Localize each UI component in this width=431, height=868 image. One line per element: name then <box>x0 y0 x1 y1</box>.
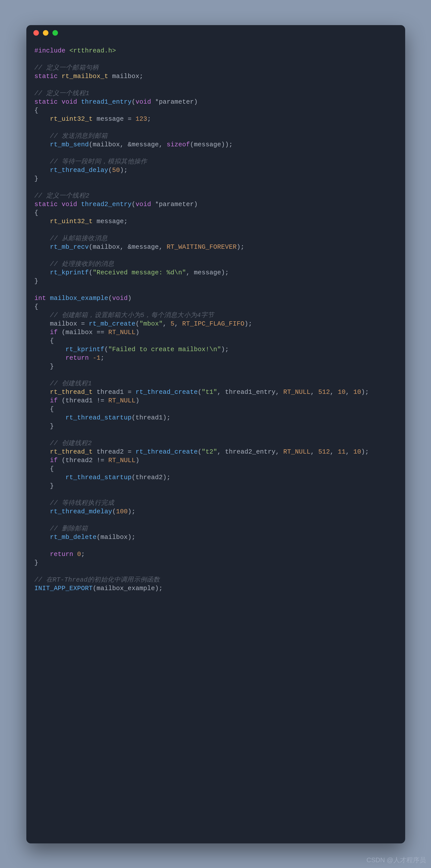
num-11: 11 <box>338 448 345 456</box>
id-mailbox: mailbox <box>50 320 77 328</box>
num-5: 5 <box>171 320 175 328</box>
code-area: #include <rtthread.h> // 定义一个邮箱句柄 static… <box>26 41 405 593</box>
maximize-icon[interactable] <box>53 30 58 36</box>
comment: // 处理接收到的消息 <box>50 260 114 268</box>
id-thread2: thread2 <box>135 474 163 481</box>
fn-thread1: thread1_entry <box>81 98 132 106</box>
comment: // 在RT-Thread的初始化中调用示例函数 <box>34 576 160 584</box>
id-thread2: thread2 <box>65 457 93 464</box>
id-mailbox: mailbox <box>65 329 93 336</box>
comment: // 定义一个线程1 <box>34 90 89 97</box>
fn-mailbox-example: mailbox_example <box>50 295 108 302</box>
fn-mb-delete: rt_mb_delete <box>50 534 97 541</box>
kw-static: static <box>34 73 58 80</box>
comment: // 创建线程2 <box>50 440 92 447</box>
const-null: RT_NULL <box>283 448 310 456</box>
fn-kprintf: rt_kprintf <box>50 269 89 276</box>
kw-void: void <box>135 201 151 208</box>
kw-void: void <box>112 295 128 302</box>
kw-void: void <box>62 201 77 208</box>
fn-thread-create: rt_thread_create <box>135 448 198 456</box>
str-t1: "t1" <box>202 389 217 396</box>
id-thread1-entry: thread1_entry <box>225 389 276 396</box>
const-fifo: RT_IPC_FLAG_FIFO <box>182 320 244 328</box>
id-mailbox: mailbox <box>93 141 120 148</box>
kw-int: int <box>34 295 46 302</box>
num-10: 10 <box>353 448 361 456</box>
id-message: message <box>132 244 159 251</box>
comment: // 创建线程1 <box>50 380 92 387</box>
fn-mb-send: rt_mb_send <box>50 141 89 148</box>
num-100: 100 <box>116 508 128 515</box>
str-received: "Received message: %d\n" <box>93 269 186 276</box>
kw-if: if <box>50 329 58 336</box>
kw-void: void <box>62 98 77 106</box>
comment: // 定义一个邮箱句柄 <box>34 64 99 71</box>
id-thread1: thread1 <box>135 414 163 422</box>
str-fail: "Failed to create mailbox!\n" <box>108 346 221 353</box>
const-waiting-forever: RT_WAITING_FOREVER <box>167 244 237 251</box>
num-50: 50 <box>112 167 120 174</box>
fn-thread-delay: rt_thread_delay <box>50 167 108 174</box>
id-mailbox-example: mailbox_example <box>97 585 155 592</box>
fn-thread2: thread2_entry <box>81 201 132 208</box>
num-10: 10 <box>353 389 361 396</box>
comment: // 删除邮箱 <box>50 525 88 532</box>
const-null: RT_NULL <box>108 329 136 336</box>
fn-init-app-export: INIT_APP_EXPORT <box>34 585 93 592</box>
kw-static: static <box>34 98 58 106</box>
str-t2: "t2" <box>202 448 217 456</box>
id-thread1: thread1 <box>97 389 124 396</box>
id-thread2-entry: thread2_entry <box>225 448 276 456</box>
type-uint32: rt_uint32_t <box>50 218 93 225</box>
const-null: RT_NULL <box>283 389 310 396</box>
kw-void: void <box>135 98 151 106</box>
comment: // 等待一段时间，模拟其他操作 <box>50 158 147 165</box>
preproc-include: #include <box>34 47 65 55</box>
str-mbox: "mbox" <box>139 320 163 328</box>
type-mailbox: rt_mailbox_t <box>62 73 108 80</box>
fn-kprintf: rt_kprintf <box>65 346 104 353</box>
num-512: 512 <box>318 389 330 396</box>
type-uint32: rt_uint32_t <box>50 116 93 123</box>
comment: // 发送消息到邮箱 <box>50 132 108 140</box>
kw-if: if <box>50 457 58 464</box>
fn-thread-startup: rt_thread_startup <box>65 414 132 422</box>
id-mailbox: mailbox <box>93 244 120 251</box>
fn-thread-create: rt_thread_create <box>135 389 198 396</box>
id-mailbox: mailbox <box>101 534 128 541</box>
titlebar <box>26 25 405 41</box>
id-message: message <box>132 141 159 148</box>
id-message: message <box>97 218 124 225</box>
kw-if: if <box>50 397 58 404</box>
const-null: RT_NULL <box>108 397 136 404</box>
include-file: <rtthread.h> <box>69 47 116 55</box>
param: *parameter <box>155 201 194 208</box>
watermark: CSDN @人才程序员 <box>367 856 426 865</box>
comment: // 定义一个线程2 <box>34 192 89 199</box>
num-neg1: -1 <box>93 354 101 362</box>
num-512: 512 <box>318 448 330 456</box>
id-message: message <box>194 269 221 276</box>
comment: // 创建邮箱，设置邮箱大小为5，每个消息大小为4字节 <box>50 312 214 319</box>
comment: // 从邮箱接收消息 <box>50 235 108 242</box>
const-null: RT_NULL <box>108 457 136 464</box>
num-123: 123 <box>135 116 147 123</box>
close-icon[interactable] <box>33 30 39 36</box>
kw-return: return <box>50 551 73 558</box>
num-0: 0 <box>77 551 81 558</box>
kw-return: return <box>65 354 89 362</box>
fn-thread-mdelay: rt_thread_mdelay <box>50 508 112 515</box>
kw-sizeof: sizeof <box>167 141 190 148</box>
num-10: 10 <box>338 389 345 396</box>
id-thread2: thread2 <box>97 448 124 456</box>
minimize-icon[interactable] <box>43 30 48 36</box>
id-message: message <box>97 116 124 123</box>
type-thread: rt_thread_t <box>50 389 93 396</box>
id-thread1: thread1 <box>65 397 93 404</box>
fn-mb-recv: rt_mb_recv <box>50 244 89 251</box>
fn-thread-startup: rt_thread_startup <box>65 474 132 481</box>
comment: // 等待线程执行完成 <box>50 499 114 507</box>
id-mailbox: mailbox <box>112 73 139 80</box>
param: *parameter <box>155 98 194 106</box>
